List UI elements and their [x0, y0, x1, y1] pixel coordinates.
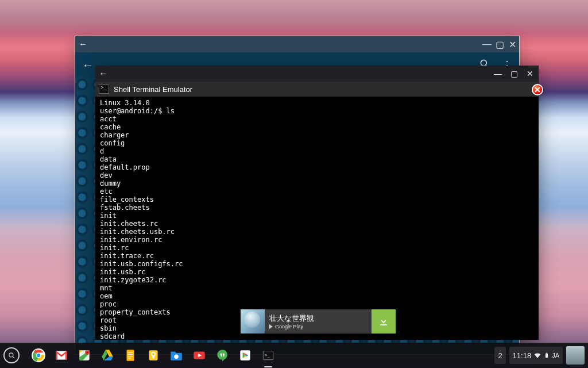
shelf-left: >_: [3, 346, 278, 365]
shelf-right: 2 11:18 JA: [494, 346, 585, 365]
shelf: >_ 2 11:18 JA: [0, 343, 588, 368]
ime-indicator: JA: [552, 352, 559, 359]
notification-count-value: 2: [498, 351, 502, 360]
terminal-title: Shell Terminal Emulator: [114, 85, 192, 94]
bg-minimize-icon[interactable]: —: [483, 41, 490, 48]
notification-count[interactable]: 2: [494, 347, 505, 364]
svg-rect-13: [128, 354, 133, 355]
svg-rect-15: [128, 358, 131, 358]
svg-point-2: [9, 353, 13, 357]
terminal-close-icon[interactable]: ✕: [525, 69, 535, 78]
svg-point-0: [481, 60, 486, 66]
bg-back-icon[interactable]: ←: [79, 39, 88, 49]
ad-text: 壮大な世界観 Google Play: [265, 309, 372, 334]
terminal-header: >_ Shell Terminal Emulator ✕: [95, 82, 539, 97]
svg-rect-11: [127, 350, 134, 361]
app-docs[interactable]: [121, 346, 140, 365]
play-triangle-icon: [269, 324, 273, 329]
launcher-button[interactable]: [3, 347, 20, 363]
user-avatar[interactable]: [566, 346, 585, 365]
status-tray[interactable]: 11:18 JA: [509, 347, 563, 364]
terminal-maximize-icon[interactable]: ▢: [509, 69, 519, 78]
svg-rect-14: [128, 356, 133, 356]
terminal-window: ← — ▢ ✕ >_ Shell Terminal Emulator ✕ Lin…: [95, 66, 539, 340]
battery-icon: [544, 351, 550, 359]
close-red-button[interactable]: ✕: [532, 84, 543, 95]
terminal-titlebar[interactable]: ← — ▢ ✕: [95, 66, 539, 82]
svg-rect-12: [128, 352, 133, 353]
app-terminal[interactable]: >_: [258, 346, 278, 365]
nav-back-icon[interactable]: ←: [82, 59, 94, 72]
app-chrome[interactable]: [29, 346, 48, 365]
app-maps[interactable]: [75, 346, 94, 365]
svg-rect-24: [546, 354, 548, 358]
svg-point-19: [174, 354, 179, 359]
svg-rect-18: [152, 356, 154, 358]
bg-maximize-icon[interactable]: ▢: [496, 41, 503, 48]
svg-rect-25: [546, 352, 547, 353]
bg-window-titlebar[interactable]: ← — ▢ ✕: [75, 36, 519, 52]
bg-close-icon[interactable]: ✕: [509, 41, 516, 48]
app-keep[interactable]: [144, 346, 163, 365]
app-hangouts[interactable]: [212, 346, 232, 365]
wifi-icon: [533, 351, 541, 359]
ad-store-label: Google Play: [275, 324, 303, 329]
ad-title: 壮大な世界観: [269, 313, 367, 324]
app-play[interactable]: [235, 346, 255, 365]
ad-banner[interactable]: 壮大な世界観 Google Play: [241, 309, 396, 334]
svg-point-10: [87, 352, 88, 354]
terminal-output[interactable]: Linux 3.14.0 user@android:/$ ls acct cac…: [95, 97, 539, 340]
app-youtube[interactable]: [189, 346, 209, 365]
terminal-back-icon[interactable]: ←: [99, 68, 108, 79]
svg-text:>_: >_: [265, 352, 270, 358]
terminal-minimize-icon[interactable]: —: [493, 69, 503, 78]
app-files[interactable]: [167, 346, 186, 365]
svg-line-3: [13, 356, 14, 358]
clock: 11:18: [513, 351, 532, 360]
app-drive[interactable]: [98, 346, 117, 365]
app-gmail[interactable]: [52, 346, 71, 365]
ad-artwork: [241, 309, 265, 334]
ad-store-line: Google Play: [269, 324, 367, 329]
terminal-app-icon: >_: [99, 85, 109, 94]
ad-download-button[interactable]: [372, 309, 396, 334]
